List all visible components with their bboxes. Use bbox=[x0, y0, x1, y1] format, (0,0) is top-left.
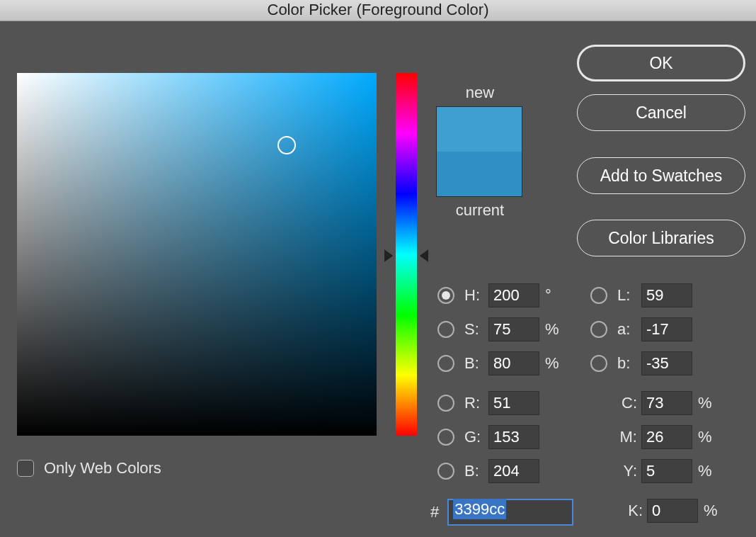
new-color-label: new bbox=[436, 84, 524, 102]
saturation-radio[interactable] bbox=[437, 321, 454, 338]
m-label: M: bbox=[617, 428, 641, 446]
bl-label: B: bbox=[464, 462, 488, 480]
s-unit: % bbox=[539, 320, 563, 339]
color-picker-dialog: new current OK Cancel Add to Swatches Co… bbox=[0, 21, 756, 537]
y-label: Y: bbox=[617, 462, 641, 480]
color-field[interactable] bbox=[17, 73, 377, 436]
hue-slider[interactable] bbox=[396, 73, 417, 436]
a-radio[interactable] bbox=[590, 321, 607, 338]
r-input[interactable] bbox=[488, 391, 539, 415]
color-field-cursor[interactable] bbox=[277, 136, 296, 154]
color-swatch-box bbox=[436, 106, 522, 197]
cancel-button[interactable]: Cancel bbox=[577, 94, 745, 131]
m-unit: % bbox=[692, 428, 716, 446]
k-input[interactable] bbox=[647, 499, 698, 523]
h-input[interactable] bbox=[488, 283, 539, 307]
y-unit: % bbox=[692, 462, 716, 480]
blue-radio[interactable] bbox=[437, 463, 454, 480]
ok-button[interactable]: OK bbox=[577, 45, 745, 81]
only-web-colors-row: Only Web Colors bbox=[17, 459, 161, 477]
hue-slider-handle-right[interactable] bbox=[419, 250, 428, 261]
hue-slider-handle-left[interactable] bbox=[385, 250, 394, 261]
green-radio[interactable] bbox=[437, 429, 454, 446]
brightness-radio[interactable] bbox=[437, 355, 454, 372]
bh-label: B: bbox=[464, 354, 488, 373]
add-to-swatches-button[interactable]: Add to Swatches bbox=[577, 157, 745, 194]
b-radio[interactable] bbox=[590, 355, 607, 372]
bh-input[interactable] bbox=[488, 351, 539, 375]
l-label: L: bbox=[617, 286, 641, 305]
g-input[interactable] bbox=[488, 425, 539, 449]
color-libraries-button[interactable]: Color Libraries bbox=[577, 220, 745, 256]
hex-input[interactable]: 3399cc bbox=[447, 499, 573, 526]
bl-input[interactable] bbox=[488, 459, 539, 483]
c-label: C: bbox=[617, 394, 641, 412]
k-row: K: % bbox=[596, 499, 722, 523]
k-label: K: bbox=[623, 502, 647, 520]
m-input[interactable] bbox=[641, 425, 692, 449]
red-radio[interactable] bbox=[437, 395, 454, 412]
current-color-swatch[interactable] bbox=[437, 152, 522, 196]
new-color-swatch[interactable] bbox=[437, 107, 522, 152]
r-label: R: bbox=[464, 394, 488, 412]
c-input[interactable] bbox=[641, 391, 692, 415]
k-unit: % bbox=[698, 502, 722, 520]
a-input[interactable] bbox=[641, 317, 692, 341]
only-web-colors-label: Only Web Colors bbox=[44, 459, 161, 477]
y-input[interactable] bbox=[641, 459, 692, 483]
h-unit: ° bbox=[539, 286, 563, 305]
hue-radio[interactable] bbox=[437, 287, 454, 304]
current-color-label: current bbox=[436, 201, 524, 220]
h-label: H: bbox=[464, 286, 488, 305]
hex-row: # 3399cc bbox=[430, 499, 573, 526]
only-web-colors-checkbox[interactable] bbox=[17, 460, 34, 477]
s-input[interactable] bbox=[488, 317, 539, 341]
bh-unit: % bbox=[539, 354, 563, 373]
window-title: Color Picker (Foreground Color) bbox=[0, 0, 756, 21]
c-unit: % bbox=[692, 394, 716, 412]
s-label: S: bbox=[464, 320, 488, 339]
l-radio[interactable] bbox=[590, 287, 607, 304]
l-input[interactable] bbox=[641, 283, 692, 307]
hex-label: # bbox=[430, 503, 439, 521]
color-value-fields: H: ° L: S: % a: B: % b: bbox=[437, 278, 742, 488]
a-label: a: bbox=[617, 320, 641, 339]
g-label: G: bbox=[464, 428, 488, 446]
b-input[interactable] bbox=[641, 351, 692, 375]
color-preview: new current bbox=[436, 84, 524, 224]
b-label: b: bbox=[617, 354, 641, 373]
